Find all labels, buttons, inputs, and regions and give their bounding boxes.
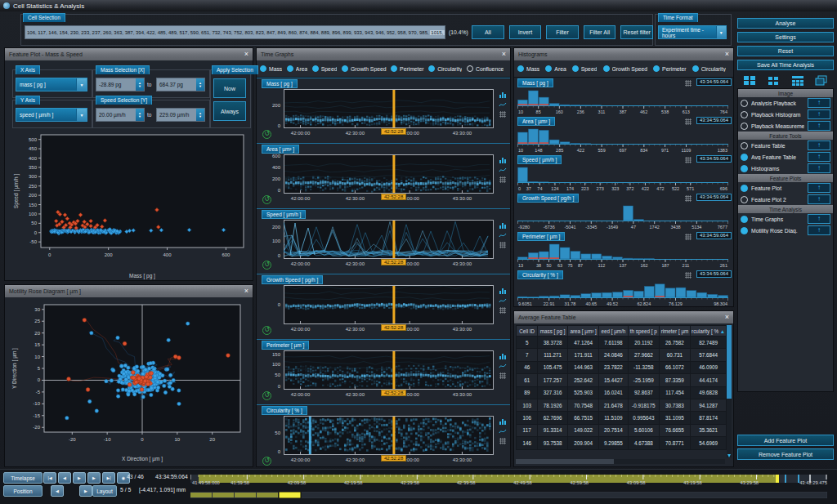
scroll-down-icon[interactable]: [727, 454, 731, 457]
tg-tab-area[interactable]: Area: [287, 65, 311, 72]
toolbar-button-filter[interactable]: Filter: [546, 25, 579, 39]
chart-mode-icon[interactable]: [499, 352, 507, 360]
tg-tab-mass[interactable]: Mass: [260, 65, 285, 72]
reset-zoom-icon[interactable]: ↺: [262, 457, 271, 466]
y-axis-select[interactable]: speed [ µm/h ] ▼: [16, 108, 87, 122]
curve-mode-icon[interactable]: [499, 297, 507, 305]
chart-mode-icon[interactable]: [499, 156, 507, 164]
close-icon[interactable]: ×: [502, 51, 506, 58]
column-header-cell-id[interactable]: Cell ID: [517, 326, 538, 337]
move-up-button[interactable]: ↑: [808, 225, 830, 235]
reset-zoom-icon[interactable]: ↺: [262, 261, 271, 270]
toggle-circle-icon[interactable]: [741, 142, 748, 149]
spinner-icon[interactable]: ▲▼: [196, 78, 204, 91]
sidebar-button-analyse[interactable]: Analyse: [737, 18, 834, 29]
reset-zoom-icon[interactable]: ↺: [262, 391, 271, 400]
sidebar-button-save-all-time-analysis[interactable]: Save All Time Analysis: [737, 60, 834, 70]
toggle-circle-icon[interactable]: [741, 111, 748, 118]
column-header-rcularity[interactable]: rcularity [ % ▲: [691, 326, 727, 337]
time-format-select[interactable]: Experiment time - hours ▼: [658, 25, 727, 39]
feature-scatter-plot[interactable]: 500450400350300250200150100500-500200400…: [11, 130, 250, 283]
move-up-button[interactable]: ↑: [808, 194, 830, 204]
curve-mode-icon[interactable]: [499, 427, 507, 435]
table-row[interactable]: 46105.475144.96323.7822-11.325866.107246…: [517, 361, 727, 373]
close-icon[interactable]: ×: [725, 51, 729, 58]
graph-plot[interactable]: [284, 154, 494, 194]
position-button[interactable]: Position: [3, 485, 43, 497]
tg-tab-confluence[interactable]: Confluence: [467, 65, 507, 72]
grid-icon[interactable]: [499, 176, 507, 184]
graph-plot[interactable]: [284, 285, 494, 324]
move-up-button[interactable]: ↑: [808, 214, 830, 224]
table-row[interactable]: 7111.271171.91124.084627.966260.73157.68…: [517, 349, 727, 361]
move-up-button[interactable]: ↑: [808, 109, 830, 119]
sidebar-button-settings[interactable]: Settings: [737, 32, 834, 42]
hg-tab-perimeter[interactable]: Perimeter: [653, 65, 691, 72]
column-header-eed-m-h[interactable]: eed [ µm/h: [599, 326, 629, 337]
grid-icon[interactable]: [684, 79, 692, 87]
close-icon[interactable]: ×: [244, 288, 248, 295]
grid-icon[interactable]: [499, 437, 507, 445]
hg-tab-growth-speed[interactable]: Growth Speed: [603, 65, 652, 72]
layout-table-icon[interactable]: [791, 75, 804, 86]
move-up-button[interactable]: ↑: [808, 152, 830, 162]
toggle-circle-icon[interactable]: [741, 154, 748, 161]
layout-grid-icon[interactable]: [767, 75, 780, 86]
toggle-circle-icon[interactable]: [741, 216, 748, 223]
mass-to-field[interactable]: 684.37 pg ▲▼: [156, 78, 205, 91]
toolbar-button-filter-all[interactable]: Filter All: [584, 25, 616, 39]
grid-icon[interactable]: [499, 110, 507, 118]
histogram-plot[interactable]: 1085160236311387462538613764: [517, 89, 728, 115]
grid-icon[interactable]: [684, 194, 692, 203]
close-icon[interactable]: ×: [725, 314, 729, 321]
chart-mode-icon[interactable]: [499, 417, 507, 426]
histogram-plot[interactable]: 133850637587112137162187211261: [517, 243, 728, 269]
apply-now-button[interactable]: Now: [213, 78, 246, 98]
histogram-plot[interactable]: 1014828542255969783497111091383: [517, 127, 728, 154]
grid-icon[interactable]: [499, 306, 507, 314]
curve-mode-icon[interactable]: [499, 231, 507, 239]
transport-prev-button[interactable]: ◀: [58, 472, 71, 484]
graph-plot[interactable]: [284, 416, 494, 455]
move-up-button[interactable]: ↑: [808, 140, 830, 150]
apply-always-button[interactable]: Always: [213, 101, 246, 121]
spinner-icon[interactable]: ▲▼: [136, 109, 144, 121]
sidebar-button-add-feature-plot[interactable]: Add Feature Plot: [737, 435, 834, 446]
chart-mode-icon[interactable]: [499, 221, 507, 230]
rose-plot[interactable]: 302520151050-5-10-15-20-20-1001020X Dire…: [10, 300, 250, 466]
move-up-button[interactable]: ↑: [808, 121, 830, 131]
chart-mode-icon[interactable]: [499, 91, 507, 99]
tg-tab-growth-speed[interactable]: Growth Speed: [342, 65, 389, 72]
hg-tab-circularity[interactable]: Circularity: [692, 65, 730, 72]
grid-icon[interactable]: [684, 271, 692, 279]
table-vscrollbar[interactable]: [727, 325, 732, 457]
grid-icon[interactable]: [684, 118, 692, 126]
close-icon[interactable]: ×: [244, 51, 248, 58]
table-row[interactable]: 14693.7538209.9049.298554.6738870.877154…: [517, 437, 727, 449]
spinner-icon[interactable]: ▲▼: [196, 109, 204, 121]
toolbar-button-invert[interactable]: Invert: [509, 25, 542, 39]
table-row[interactable]: 11791.3314149.02220.75145.6010676.665535…: [517, 424, 727, 436]
transport-next-button[interactable]: ▶: [87, 472, 101, 484]
sidebar-button-remove-feature-plot[interactable]: Remove Feature Plot: [737, 448, 834, 460]
sidebar-item-motility-rose-diag[interactable]: Motility Rose Diag.↑: [738, 225, 833, 236]
move-up-button[interactable]: ↑: [808, 163, 830, 173]
table-row[interactable]: 538.372847.12647.6119820.119226.758282.7…: [517, 337, 727, 349]
toggle-circle-icon[interactable]: [741, 196, 748, 203]
sidebar-item-playback-histogram[interactable]: Playback Histogram↑: [738, 109, 833, 120]
sidebar-item-feature-plot-2[interactable]: Feature Plot 2↑: [738, 194, 833, 205]
transport-last-button[interactable]: ▶|: [102, 472, 115, 484]
toggle-circle-icon[interactable]: [741, 165, 748, 172]
sidebar-item-histograms[interactable]: Histograms↑: [738, 163, 833, 174]
histogram-plot[interactable]: 9.605122.9131.7840.6549.5262.82476.12998…: [517, 281, 728, 307]
position-bar-track[interactable]: [190, 492, 827, 498]
cell-selection-input[interactable]: 106, 117, 146, 154, 230, 233, 237, 260, …: [25, 25, 445, 39]
sidebar-item-feature-table[interactable]: Feature Table↑: [738, 140, 833, 151]
toggle-circle-icon[interactable]: [741, 123, 748, 130]
timelapse-button[interactable]: Timelapse: [3, 472, 43, 484]
curve-mode-icon[interactable]: [499, 100, 507, 109]
sidebar-item-avg-feature-table[interactable]: Avg Feature Table↑: [738, 151, 833, 163]
transport-play-button[interactable]: ▶: [73, 472, 86, 484]
position-prev-button[interactable]: ◀: [51, 485, 64, 497]
table-row[interactable]: 89327.316525.90316.024192.8637117.45449.…: [517, 386, 727, 399]
